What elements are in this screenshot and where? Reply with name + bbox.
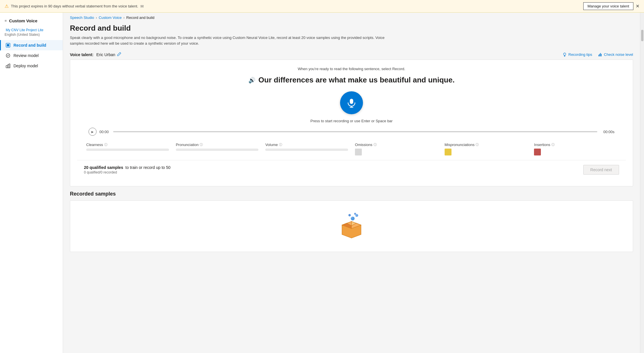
current-time: 00:00 (99, 130, 110, 134)
metric-volume-label: Volume ⓘ (265, 143, 348, 147)
play-button[interactable]: ▶ (89, 128, 97, 136)
breadcrumb-sep-2: › (123, 16, 125, 20)
sidebar-nav: Record and build Review model Deploy mod… (0, 40, 63, 71)
metric-omissions: Omissions ⓘ (352, 140, 441, 158)
recording-sentence: 🔊 Our differences are what make us beaut… (77, 76, 626, 84)
qualified-bar: 20 qualified samples to train or record … (77, 160, 626, 179)
page-title: Record and build (70, 24, 633, 33)
sidebar-collapse-button[interactable]: ≡ (5, 19, 7, 23)
svg-point-6 (564, 53, 566, 55)
volume-info-icon[interactable]: ⓘ (279, 143, 282, 147)
empty-box (337, 212, 366, 240)
progress-track[interactable] (113, 131, 597, 132)
svg-point-23 (354, 213, 356, 215)
svg-rect-12 (350, 99, 353, 104)
noise-icon (598, 52, 602, 57)
metrics-row: Clearness ⓘ Pronunciation ⓘ (77, 140, 626, 158)
record-button[interactable] (340, 91, 363, 114)
svg-rect-10 (600, 53, 601, 56)
clearness-info-icon[interactable]: ⓘ (104, 143, 107, 147)
svg-rect-8 (598, 55, 599, 56)
svg-rect-1 (7, 44, 9, 46)
bottom-spacer (63, 252, 640, 263)
breadcrumb-speech-studio[interactable]: Speech Studio (70, 15, 94, 20)
voice-talent-info: Voice talent: Eric Urban (70, 52, 121, 57)
record-button-container (77, 91, 626, 114)
omissions-info-icon[interactable]: ⓘ (374, 143, 377, 147)
svg-point-25 (356, 215, 357, 216)
breadcrumb-current: Record and build (126, 15, 154, 20)
banner-right: Manage your voice talent ✕ (583, 2, 639, 10)
mail-icon: ✉ (140, 4, 144, 9)
breadcrumb-custom-voice[interactable]: Custom Voice (99, 15, 122, 20)
sidebar-label-deploy-model: Deploy model (13, 64, 38, 68)
sidebar-project: My CNV Lite ProjectLite English (United … (0, 25, 63, 38)
qualified-text: 20 qualified samples to train or record … (84, 165, 170, 170)
scrollbar-thumb[interactable] (641, 30, 643, 41)
check-noise-button[interactable]: Check noise level (598, 52, 633, 57)
main-content: Speech Studio › Custom Voice › Record an… (63, 13, 640, 353)
record-icon (5, 43, 11, 48)
svg-point-20 (351, 217, 355, 220)
svg-rect-9 (599, 54, 600, 56)
recording-prompt: When you're ready to read the following … (77, 67, 626, 71)
voice-talent-edit-button[interactable] (117, 52, 121, 57)
banner-message: This project expires in 90 days without … (11, 4, 138, 8)
banner-left: ⚠ This project expires in 90 days withou… (5, 3, 144, 9)
voice-talent-bar: Voice talent: Eric Urban Recording tips (63, 50, 640, 60)
voice-talent-label: Voice talent: (70, 52, 93, 57)
metric-volume: Volume ⓘ (262, 140, 352, 158)
project-language: English (United States) (5, 33, 58, 37)
sidebar-item-record-build[interactable]: Record and build (0, 40, 63, 50)
warning-icon: ⚠ (5, 3, 9, 9)
metric-insertions-label: Insertions ⓘ (534, 143, 617, 147)
record-next-button[interactable]: Record next (583, 165, 619, 175)
mispronunciations-info-icon[interactable]: ⓘ (476, 143, 479, 147)
svg-point-22 (348, 214, 351, 216)
metric-omissions-label: Omissions ⓘ (355, 143, 438, 147)
app-layout: ≡ Custom Voice My CNV Lite ProjectLite E… (0, 13, 644, 353)
voice-talent-name: Eric Urban (96, 52, 115, 57)
manage-voice-button[interactable]: Manage your voice talent (583, 2, 633, 10)
metric-pronunciation-label: Pronunciation ⓘ (176, 143, 259, 147)
edit-icon (117, 52, 121, 56)
omissions-swatch (355, 149, 362, 155)
insertions-swatch (534, 149, 541, 155)
playback-bar: ▶ 00:00 00:00s (89, 128, 614, 136)
empty-state (70, 200, 633, 252)
metric-mispronunciations: Mispronunciations ⓘ (441, 140, 531, 158)
sidebar-label-record-build: Record and build (13, 43, 46, 48)
volume-bar-bg (265, 149, 348, 151)
sound-icon: 🔊 (248, 77, 256, 84)
svg-rect-11 (601, 54, 602, 56)
clearness-bar-bg (86, 149, 169, 151)
recorded-title: Recorded samples (70, 191, 633, 197)
svg-point-24 (352, 217, 352, 218)
lightbulb-icon (562, 52, 567, 57)
scrollbar-track[interactable] (640, 13, 644, 353)
metric-mispronunciations-label: Mispronunciations ⓘ (445, 143, 527, 147)
empty-box-illustration (337, 212, 366, 240)
metric-pronunciation: Pronunciation ⓘ (172, 140, 262, 158)
breadcrumb-sep-1: › (96, 16, 97, 20)
sidebar-item-deploy-model[interactable]: Deploy model (0, 61, 63, 71)
sidebar-label-review-model: Review model (13, 53, 39, 58)
qualified-info: 20 qualified samples to train or record … (84, 165, 170, 174)
pronunciation-info-icon[interactable]: ⓘ (200, 143, 203, 147)
project-badge: Lite (38, 28, 43, 32)
review-icon (5, 53, 11, 58)
project-name: My CNV Lite ProjectLite (5, 28, 58, 32)
pronunciation-bar-bg (176, 149, 259, 151)
sidebar: ≡ Custom Voice My CNV Lite ProjectLite E… (0, 13, 63, 353)
metric-clearness: Clearness ⓘ (83, 140, 172, 158)
recording-tips-button[interactable]: Recording tips (562, 52, 592, 57)
insertions-info-icon[interactable]: ⓘ (551, 143, 555, 147)
close-banner-button[interactable]: ✕ (636, 3, 639, 9)
breadcrumb: Speech Studio › Custom Voice › Record an… (63, 13, 640, 23)
sidebar-item-review-model[interactable]: Review model (0, 50, 63, 61)
recorded-section: Recorded samples (70, 191, 633, 252)
page-header: Record and build Speak clearly with a go… (63, 23, 640, 50)
recording-card: When you're ready to read the following … (70, 60, 633, 186)
voice-talent-actions: Recording tips Check noise level (562, 52, 633, 57)
metric-clearness-label: Clearness ⓘ (86, 143, 169, 147)
